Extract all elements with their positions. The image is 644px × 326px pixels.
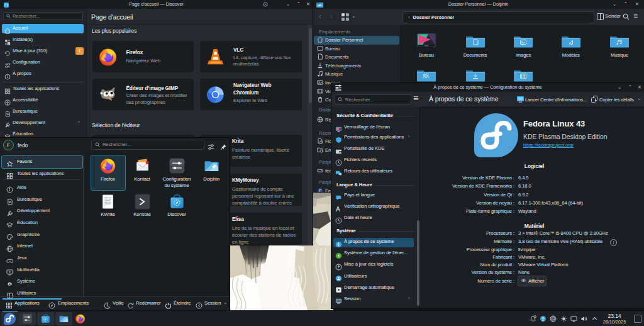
svg-text:A: A [335,206,340,213]
